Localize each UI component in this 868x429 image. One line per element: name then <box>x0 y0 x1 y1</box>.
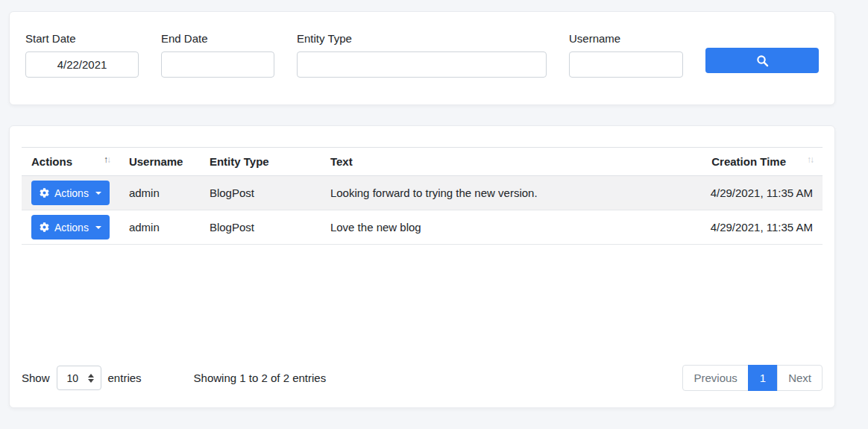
table-header-row: Actions ↑↓ Username Entity Type Text Cre… <box>22 148 823 176</box>
username-cell: admin <box>119 210 200 245</box>
caret-down-icon <box>95 226 101 229</box>
select-arrows-icon <box>88 374 94 383</box>
column-label: Actions <box>31 155 72 168</box>
text-cell: Looking forward to trying the new versio… <box>321 176 673 210</box>
username-label: Username <box>569 32 683 45</box>
text-cell: Love the new blog <box>321 210 673 245</box>
page-size-value: 10 <box>67 372 79 384</box>
entity-type-input[interactable] <box>297 51 547 78</box>
column-header-actions[interactable]: Actions ↑↓ <box>22 148 119 176</box>
gear-icon <box>40 222 49 232</box>
username-cell: admin <box>119 176 200 210</box>
row-actions-button[interactable]: Actions <box>31 215 110 239</box>
actions-button-label: Actions <box>54 222 89 234</box>
table-row: Actions admin BlogPost Looking forward t… <box>22 176 823 210</box>
filter-panel: Start Date End Date Entity Type Username <box>9 11 835 105</box>
creation-time-cell: 4/29/2021, 11:35 AM <box>673 210 823 245</box>
comments-table-panel: Actions ↑↓ Username Entity Type Text Cre… <box>9 125 835 408</box>
comments-table: Actions ↑↓ Username Entity Type Text Cre… <box>22 147 823 245</box>
filter-field-start-date: Start Date <box>25 32 139 104</box>
column-header-creation-time[interactable]: Creation Time ↑↓ <box>673 148 823 176</box>
gear-icon <box>40 188 49 198</box>
end-date-input[interactable] <box>161 51 274 78</box>
filter-field-entity-type: Entity Type <box>297 32 547 104</box>
entity-type-cell: BlogPost <box>200 210 321 245</box>
search-button-column <box>705 48 819 104</box>
search-button[interactable] <box>705 48 819 73</box>
caret-down-icon <box>95 192 101 195</box>
start-date-label: Start Date <box>25 32 139 45</box>
search-icon <box>756 54 769 67</box>
filter-field-end-date: End Date <box>161 32 274 104</box>
pagination-page-1[interactable]: 1 <box>748 365 778 391</box>
creation-time-cell: 4/29/2021, 11:35 AM <box>673 176 823 210</box>
row-actions-button[interactable]: Actions <box>31 181 110 205</box>
column-label: Username <box>129 155 183 168</box>
table-row: Actions admin BlogPost Love the new blog… <box>22 210 823 245</box>
sort-icon: ↑↓ <box>104 155 110 164</box>
sort-icon: ↑↓ <box>807 155 813 164</box>
column-header-username[interactable]: Username <box>119 148 200 176</box>
pagination: Previous 1 Next <box>682 365 823 391</box>
pagination-next[interactable]: Next <box>777 365 823 391</box>
column-header-text[interactable]: Text <box>321 148 673 176</box>
table-footer: Show 10 entries Showing 1 to 2 of 2 entr… <box>22 365 823 391</box>
column-label: Entity Type <box>210 155 269 168</box>
actions-cell: Actions <box>22 176 119 210</box>
entries-label: entries <box>108 372 142 384</box>
show-label: Show <box>22 372 50 384</box>
entries-summary: Showing 1 to 2 of 2 entries <box>194 372 327 384</box>
column-label: Creation Time <box>711 155 786 168</box>
start-date-input[interactable] <box>25 51 139 78</box>
column-label: Text <box>330 155 353 168</box>
filter-field-username: Username <box>569 32 683 104</box>
entity-type-label: Entity Type <box>297 32 547 45</box>
column-header-entity-type[interactable]: Entity Type <box>200 148 321 176</box>
end-date-label: End Date <box>161 32 274 45</box>
actions-cell: Actions <box>22 210 119 245</box>
entity-type-cell: BlogPost <box>200 176 321 210</box>
username-input[interactable] <box>569 51 683 78</box>
actions-button-label: Actions <box>54 187 89 199</box>
pagination-previous[interactable]: Previous <box>682 365 748 391</box>
page-size-select[interactable]: 10 <box>57 366 101 390</box>
